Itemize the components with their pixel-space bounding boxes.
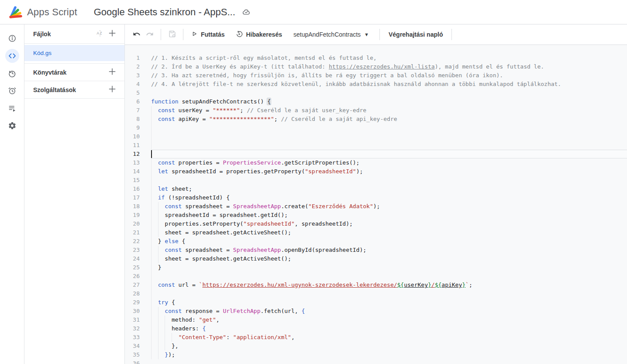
nav-project-history-button[interactable] — [3, 65, 21, 82]
line-number[interactable]: 3 — [125, 71, 151, 80]
line-number[interactable]: 31 — [125, 316, 151, 324]
code-line[interactable]: sheet = spreadsheet.getActiveSheet(); — [151, 228, 627, 237]
line-number[interactable]: 35 — [125, 350, 151, 359]
line-number[interactable]: 29 — [125, 298, 151, 307]
code-line[interactable] — [151, 359, 627, 364]
debug-button[interactable]: Hibakeresés — [232, 28, 286, 41]
code-line[interactable]: spreadsheetId = spreadsheet.getId(); — [151, 211, 627, 220]
line-number[interactable]: 27 — [125, 281, 151, 289]
line-number[interactable]: 14 — [125, 167, 151, 176]
line-number[interactable]: 23 — [125, 246, 151, 254]
code-line[interactable] — [151, 150, 627, 158]
run-label: Futtatás — [201, 31, 224, 38]
code-line[interactable]: try { — [151, 298, 627, 307]
line-number[interactable]: 1 — [125, 54, 151, 62]
undo-button[interactable] — [130, 28, 143, 41]
code-line[interactable]: }, — [151, 342, 627, 350]
redo-button[interactable] — [143, 28, 156, 41]
code-line[interactable] — [151, 289, 627, 298]
add-library-button[interactable] — [106, 66, 118, 79]
line-number[interactable]: 20 — [125, 220, 151, 228]
code-line[interactable]: // 2. Írd be a UserKey és apiKey-t (itt … — [151, 62, 627, 71]
code-line[interactable]: properties.setProperty("spreadsheetId", … — [151, 220, 627, 228]
function-selector[interactable]: setupAndFetchContracts ▼ — [289, 28, 373, 41]
apps-script-logo[interactable]: Apps Script — [0, 6, 77, 19]
code-line[interactable]: let sheet; — [151, 185, 627, 193]
code-line[interactable] — [151, 132, 627, 141]
line-number[interactable]: 6 — [125, 97, 151, 106]
code-line[interactable]: "Content-Type": "application/xml", — [151, 333, 627, 342]
line-number[interactable]: 5 — [125, 89, 151, 97]
code-line[interactable]: function setupAndFetchContracts() { — [151, 97, 627, 106]
code-content[interactable]: // 1. Készíts a script-ről egy másolatot… — [151, 54, 627, 364]
line-number[interactable]: 21 — [125, 228, 151, 237]
nav-editor-button[interactable] — [3, 47, 21, 65]
add-file-button[interactable] — [106, 28, 118, 40]
sort-files-button[interactable]: A Z — [94, 28, 106, 40]
code-token: UrlFetchApp — [223, 308, 260, 314]
line-number[interactable]: 19 — [125, 211, 151, 220]
line-number[interactable]: 12 — [125, 150, 151, 158]
code-line[interactable]: const response = UrlFetchApp.fetch(url, … — [151, 307, 627, 316]
line-number[interactable]: 28 — [125, 289, 151, 298]
line-number[interactable]: 11 — [125, 141, 151, 150]
code-line[interactable]: }); — [151, 350, 627, 359]
nav-overview-button[interactable] — [3, 30, 21, 47]
code-line[interactable] — [151, 141, 627, 150]
project-title[interactable]: Google Sheets szinkron - AppS... — [94, 7, 235, 18]
code-line[interactable]: const spreadsheet = SpreadsheetApp.openB… — [151, 246, 627, 254]
line-number[interactable]: 32 — [125, 324, 151, 333]
line-number[interactable]: 2 — [125, 62, 151, 71]
line-number[interactable]: 26 — [125, 272, 151, 281]
line-number[interactable]: 15 — [125, 176, 151, 185]
line-number[interactable]: 8 — [125, 115, 151, 124]
code-token: const — [158, 159, 175, 166]
code-line[interactable]: const properties = PropertiesService.get… — [151, 158, 627, 167]
execution-log-button[interactable]: Végrehajtási napló — [384, 28, 447, 41]
line-number[interactable]: 10 — [125, 132, 151, 141]
line-number[interactable]: 16 — [125, 185, 151, 193]
run-button[interactable]: Futtatás — [188, 28, 228, 41]
line-number[interactable]: 30 — [125, 307, 151, 316]
line-number[interactable]: 33 — [125, 333, 151, 342]
line-number[interactable]: 4 — [125, 80, 151, 89]
code-line[interactable]: // 1. Készíts a script-ről egy másolatot… — [151, 54, 627, 62]
code-line[interactable] — [151, 272, 627, 281]
code-line[interactable]: // 3. Ha azt szeretnéd, hogy frissüljön … — [151, 71, 627, 80]
indent-guide — [151, 115, 158, 124]
code-line[interactable]: sheet = spreadsheet.getActiveSheet(); — [151, 254, 627, 263]
code-editor[interactable]: 1234567891011121314151617181920212223242… — [125, 45, 627, 364]
code-line[interactable]: const url = `https://eszerzodes.hu/xml-u… — [151, 281, 627, 289]
code-line[interactable]: let spreadsheetId = properties.getProper… — [151, 167, 627, 176]
line-number[interactable]: 22 — [125, 237, 151, 246]
line-number[interactable]: 25 — [125, 263, 151, 272]
code-line[interactable] — [151, 176, 627, 185]
indent-guide — [151, 289, 158, 298]
line-number[interactable]: 9 — [125, 124, 151, 132]
add-service-button[interactable] — [106, 84, 118, 96]
code-line[interactable]: } — [151, 263, 627, 272]
line-number[interactable]: 17 — [125, 193, 151, 202]
code-line[interactable] — [151, 89, 627, 97]
line-number[interactable]: 34 — [125, 342, 151, 350]
nav-executions-button[interactable] — [3, 100, 21, 117]
code-line[interactable] — [151, 124, 627, 132]
code-line[interactable]: const apiKey = "*****************"; // C… — [151, 115, 627, 124]
code-line[interactable]: method: "get", — [151, 316, 627, 324]
file-item-kod-gs[interactable]: Kód.gs — [24, 45, 124, 61]
code-line[interactable]: } else { — [151, 237, 627, 246]
code-line[interactable]: const userKey = "******"; // Cseréld le … — [151, 106, 627, 115]
line-number[interactable]: 18 — [125, 202, 151, 211]
code-line[interactable]: if (!spreadsheetId) { — [151, 193, 627, 202]
code-line[interactable]: // 4. A létrejött file-t ne szerkeszd kö… — [151, 80, 627, 89]
code-line[interactable]: headers: { — [151, 324, 627, 333]
code-line[interactable]: const spreadsheet = SpreadsheetApp.creat… — [151, 202, 627, 211]
line-number[interactable]: 7 — [125, 106, 151, 115]
line-number[interactable]: 24 — [125, 254, 151, 263]
line-number[interactable]: 13 — [125, 158, 151, 167]
code-token: const — [165, 203, 182, 209]
nav-triggers-button[interactable] — [3, 82, 21, 100]
save-project-button[interactable] — [165, 28, 179, 41]
nav-settings-button[interactable] — [3, 117, 21, 134]
line-number[interactable]: 36 — [125, 359, 151, 364]
